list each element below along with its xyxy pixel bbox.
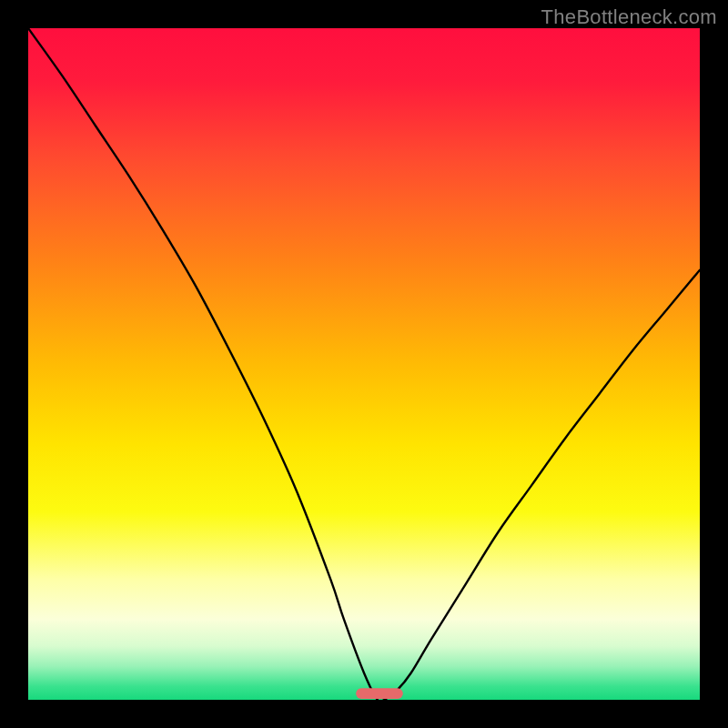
watermark-text: TheBottleneck.com — [541, 5, 717, 29]
plot-area — [28, 28, 700, 700]
optimum-marker — [356, 688, 403, 699]
gradient-bg — [28, 28, 700, 700]
chart-svg — [28, 28, 700, 700]
chart-container: TheBottleneck.com — [0, 0, 728, 728]
